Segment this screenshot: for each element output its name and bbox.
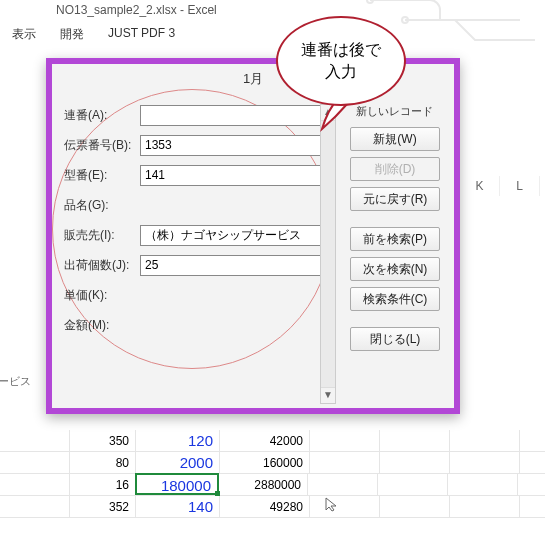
scroll-down-icon[interactable]: ▼	[321, 387, 335, 403]
button-column: 新しいレコード 新規(W) 削除(D) 元に戻す(R) 前を検索(P) 次を検索…	[350, 104, 440, 357]
worksheet-grid[interactable]: 350 120 42000 80 2000 160000 16 180000 2…	[0, 430, 545, 518]
find-next-button[interactable]: 次を検索(N)	[350, 257, 440, 281]
restore-button[interactable]: 元に戻す(R)	[350, 187, 440, 211]
label-hinmei: 品名(G):	[64, 197, 140, 214]
label-denpyo: 伝票番号(B):	[64, 137, 140, 154]
input-shukka[interactable]	[140, 255, 324, 276]
callout-line1: 連番は後で	[301, 41, 381, 58]
ribbon-tabs: 表示 開発 JUST PDF 3	[0, 26, 175, 43]
label-hanbai: 販売先(I):	[64, 227, 140, 244]
title-bar: NO13_sample2_2.xlsx - Excel	[0, 0, 545, 20]
table-row: 350 120 42000	[0, 430, 545, 452]
input-renban[interactable]	[140, 105, 324, 126]
label-kataban: 型番(E):	[64, 167, 140, 184]
find-prev-button[interactable]: 前を検索(P)	[350, 227, 440, 251]
form-fields: 連番(A): 伝票番号(B): 型番(E): 品名(G): 販売先(I): 出荷…	[64, 104, 324, 344]
label-kingaku: 金額(M):	[64, 317, 140, 334]
form-scrollbar[interactable]: ▲ ▼	[320, 104, 336, 404]
dialog-title: 1月	[243, 70, 263, 88]
data-form-dialog: 1月 連番(A): 伝票番号(B): 型番(E): 品名(G): 販売先(I):…	[46, 58, 460, 414]
selected-cell[interactable]: 180000	[135, 473, 219, 495]
label-renban: 連番(A):	[64, 107, 140, 124]
record-counter: 新しいレコード	[350, 104, 440, 119]
input-kataban[interactable]	[140, 165, 324, 186]
label-tanka: 単価(K):	[64, 287, 140, 304]
ribbon-tab-view[interactable]: 表示	[12, 26, 36, 43]
new-button[interactable]: 新規(W)	[350, 127, 440, 151]
input-hanbai[interactable]	[140, 225, 324, 246]
close-button[interactable]: 閉じる(L)	[350, 327, 440, 351]
label-shukka: 出荷個数(J):	[64, 257, 140, 274]
ribbon-tab-justpdf[interactable]: JUST PDF 3	[108, 26, 175, 43]
criteria-button[interactable]: 検索条件(C)	[350, 287, 440, 311]
ribbon-tab-dev[interactable]: 開発	[60, 26, 84, 43]
col-header-k: K	[460, 176, 500, 196]
table-row: 352 140 49280	[0, 496, 545, 518]
delete-button: 削除(D)	[350, 157, 440, 181]
callout-line2: 入力	[325, 63, 357, 80]
col-header-l: L	[500, 176, 540, 196]
input-denpyo[interactable]	[140, 135, 324, 156]
truncated-text: ービス	[0, 374, 31, 389]
callout-bubble: 連番は後で 入力	[276, 16, 406, 106]
table-row: 16 180000 2880000	[0, 474, 545, 496]
table-row: 80 2000 160000	[0, 452, 545, 474]
